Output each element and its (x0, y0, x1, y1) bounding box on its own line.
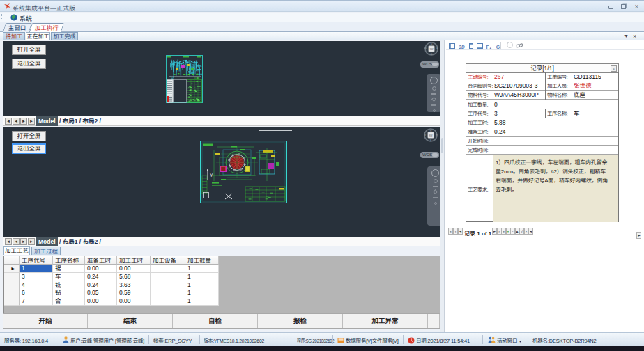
svg-text:SW: SW (429, 134, 432, 137)
svg-text:Y: Y (210, 173, 213, 178)
svg-text:SW: SW (429, 48, 433, 51)
svg-text:E: E (436, 134, 438, 136)
svg-text:E: E (436, 47, 438, 50)
